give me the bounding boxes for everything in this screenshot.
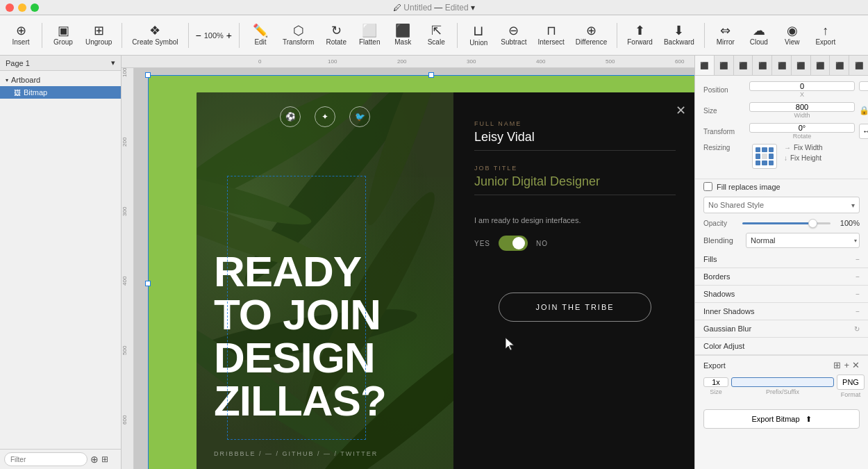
opacity-row: Opacity 100% — [695, 216, 868, 230]
difference-button[interactable]: ⊕ Difference — [571, 22, 611, 49]
opacity-slider[interactable] — [742, 222, 831, 224]
handle-top-left[interactable] — [145, 72, 151, 78]
union-button[interactable]: ⊔ Union — [463, 21, 494, 49]
page-selector[interactable]: Page 1 ▾ — [0, 56, 121, 71]
lock-icon[interactable]: 🔒 — [859, 106, 868, 115]
gaussian-blur-toggle-icon[interactable]: ↻ — [854, 325, 860, 333]
card-close-button[interactable]: ✕ — [676, 103, 686, 118]
blending-dropdown[interactable]: Normal — [746, 233, 860, 248]
flatten-button[interactable]: ⬜ Flatten — [354, 22, 385, 49]
resizing-box[interactable] — [752, 144, 777, 169]
export-bitmap-label: Export Bitmap — [751, 415, 799, 423]
settings-icon[interactable]: ⊞ — [101, 454, 108, 464]
export-format-display[interactable]: PNG — [837, 375, 865, 390]
shadows-label: Shadows — [703, 290, 735, 298]
fills-minus-icon[interactable]: − — [856, 256, 860, 263]
rotate-input[interactable] — [749, 123, 855, 133]
view-button[interactable]: ◉ View — [777, 22, 808, 49]
transform-button[interactable]: ⬡ Transform — [278, 22, 318, 49]
fills-section-header[interactable]: Fills − — [695, 251, 868, 268]
intersect-button[interactable]: ⊓ Intersect — [533, 22, 568, 49]
maximize-dot[interactable] — [31, 3, 39, 12]
export-add-icon[interactable]: + — [844, 360, 849, 370]
full-name-value: Leisy Vidal — [474, 130, 676, 151]
tab-grid2[interactable]: ⬛ — [811, 56, 831, 75]
resize-cell-4 — [756, 154, 760, 158]
tab-grid1[interactable]: ⬛ — [792, 56, 811, 75]
artboard-layer[interactable]: ▾ Artboard — [0, 74, 121, 86]
mirror-button[interactable]: ⇔ Mirror — [710, 22, 741, 49]
twitter-icon[interactable]: 🐦 — [349, 106, 370, 127]
main-layout: Page 1 ▾ ▾ Artboard 🖼 Bitmap ⊕ ⊞ 0 100 — [0, 56, 868, 469]
scale-button[interactable]: ⇱ Scale — [421, 22, 451, 49]
gaussian-blur-section-header[interactable]: Gaussian Blur ↻ — [695, 320, 868, 338]
export-size-input[interactable] — [703, 377, 728, 387]
zoom-control[interactable]: − 100% + — [194, 28, 234, 42]
toggle-switch[interactable] — [499, 236, 528, 251]
forward-button[interactable]: ⬆ Forward — [623, 22, 657, 49]
close-dot[interactable] — [6, 3, 14, 12]
ruler-mark-300: 300 — [465, 58, 535, 65]
tab-align-center[interactable]: ⬛ — [715, 56, 734, 75]
tab-distribute-v[interactable]: ⬛ — [772, 56, 792, 75]
shadows-minus-icon[interactable]: − — [856, 290, 860, 298]
borders-minus-icon[interactable]: − — [856, 273, 860, 281]
ruler-mark-600: 600 — [674, 58, 694, 65]
edit-button[interactable]: ✏️ Edit — [245, 22, 276, 49]
width-input[interactable] — [749, 102, 855, 112]
fill-replaces-image-checkbox[interactable] — [703, 182, 712, 191]
window-controls[interactable] — [6, 3, 39, 12]
export-presets-icon[interactable]: ⊞ — [833, 360, 841, 370]
mask-button[interactable]: ⬛ Mask — [387, 22, 418, 49]
view-label: View — [785, 38, 800, 46]
forward-label: Forward — [627, 38, 653, 46]
ruler-mark-400: 400 — [535, 58, 604, 65]
zoom-plus-button[interactable]: + — [225, 28, 233, 42]
minimize-dot[interactable] — [18, 3, 26, 12]
zoom-minus-button[interactable]: − — [194, 28, 203, 42]
position-y-input[interactable] — [859, 81, 868, 91]
position-x-input[interactable] — [749, 81, 855, 91]
bitmap-layer[interactable]: 🖼 Bitmap — [0, 86, 121, 99]
ungroup-label: Ungroup — [85, 38, 112, 46]
fix-height-arrow: ↓ — [784, 154, 787, 162]
layers-section: ▾ Artboard 🖼 Bitmap — [0, 71, 121, 101]
export-remove-icon[interactable]: ✕ — [852, 360, 860, 370]
export-prefix-input[interactable] — [731, 377, 834, 387]
tab-grid3[interactable]: ⬛ — [830, 56, 849, 75]
position-label: Position — [703, 86, 745, 94]
rotate-button[interactable]: ↻ Rotate — [321, 22, 351, 49]
handle-middle-left[interactable] — [145, 281, 151, 286]
tab-distribute-h[interactable]: ⬛ — [753, 56, 772, 75]
export-toolbar-button[interactable]: ↑ Export — [810, 22, 841, 49]
group-button[interactable]: ▣ Group — [48, 22, 78, 49]
shadows-section-header[interactable]: Shadows − — [695, 286, 868, 303]
insert-button[interactable]: ⊕ Insert — [6, 22, 36, 49]
tab-grid4[interactable]: ⬛ — [849, 56, 868, 75]
backward-button[interactable]: ⬇ Backward — [660, 22, 699, 49]
tab-align-right[interactable]: ⬛ — [734, 56, 753, 75]
create-symbol-button[interactable]: ❖ Create Symbol — [128, 22, 182, 49]
edit-icon: ✏️ — [253, 24, 268, 37]
inner-shadows-minus-icon[interactable]: − — [856, 308, 860, 315]
github-icon[interactable]: ✦ — [315, 106, 335, 127]
export-bitmap-button[interactable]: Export Bitmap ⬆ — [703, 409, 860, 429]
subtract-button[interactable]: ⊖ Subtract — [496, 22, 531, 49]
handle-top-middle[interactable] — [428, 72, 434, 78]
join-tribe-button[interactable]: JOIN THE TRIBE — [499, 293, 651, 322]
ruler-mark-100: 100 — [326, 58, 396, 65]
toolbar-separator-2 — [122, 23, 122, 48]
filter-input[interactable] — [4, 452, 87, 466]
inner-shadows-section-header[interactable]: Inner Shadows − — [695, 303, 868, 320]
tab-align-left[interactable]: ⬛ — [695, 56, 715, 75]
add-layer-icon[interactable]: ⊕ — [90, 454, 99, 465]
ungroup-button[interactable]: ⊞ Ungroup — [81, 22, 116, 49]
borders-section-header[interactable]: Borders − — [695, 268, 868, 286]
dribbble-icon[interactable]: ⚽ — [280, 106, 301, 127]
canvas[interactable]: ⚽ ✦ 🐦 READY TO JOIN DESIGN ZILLAS? D — [134, 68, 694, 469]
flip-h-button[interactable]: ↔ — [859, 124, 868, 139]
shared-style-dropdown[interactable]: No Shared Style ▾ — [703, 197, 860, 213]
color-adjust-section-header[interactable]: Color Adjust — [695, 338, 868, 355]
zoom-level: 100% — [204, 31, 224, 40]
cloud-button[interactable]: ☁ Cloud — [744, 22, 774, 49]
